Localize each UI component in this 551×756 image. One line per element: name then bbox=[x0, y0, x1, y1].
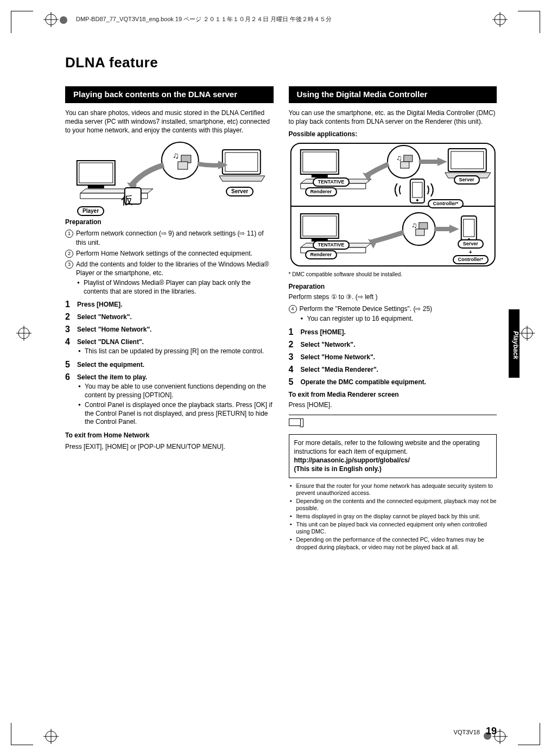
step: 5Select the equipment. bbox=[65, 361, 274, 369]
dmc-diagram: ♫ bbox=[289, 142, 497, 269]
controller-label: Controller* bbox=[453, 255, 489, 264]
note-bullet: Depending on the performance of the conn… bbox=[289, 536, 497, 550]
prep-item: 3Add the contents and folder to the libr… bbox=[65, 260, 274, 296]
register-mark-icon bbox=[520, 326, 535, 341]
step: 5Operate the DMC compatible equipment. bbox=[289, 378, 497, 386]
crop-mark bbox=[11, 723, 33, 745]
exit-head: To exit from Media Renderer screen bbox=[289, 391, 497, 398]
register-mark-icon bbox=[43, 729, 59, 744]
note-icon bbox=[289, 418, 301, 426]
step: 3Select "Home Network". bbox=[289, 353, 497, 361]
section-head-dlna-server: Playing back contents on the DLNA server bbox=[65, 86, 274, 103]
renderer-label: Renderer bbox=[305, 187, 338, 196]
svg-rect-42 bbox=[451, 151, 483, 169]
register-mark-icon bbox=[43, 12, 59, 27]
svg-rect-56 bbox=[463, 219, 474, 237]
info-english-only: (This site is in English only.) bbox=[294, 465, 382, 473]
renderer-label: Renderer bbox=[305, 250, 338, 259]
prep-item: 4Perform the "Remote Device Settings". (… bbox=[289, 304, 497, 323]
step-sub-bullet: Control Panel is displayed once the play… bbox=[77, 401, 274, 427]
note-bullet: Items displayed in gray on the display c… bbox=[289, 513, 497, 520]
server-label: Server bbox=[454, 175, 480, 185]
svg-rect-28 bbox=[88, 186, 104, 188]
tentative-label: TENTATIVE bbox=[313, 177, 350, 187]
prep-line: Perform steps ① to ③. (⇨ left ) bbox=[289, 293, 497, 301]
crop-mark bbox=[518, 723, 540, 745]
prep-sub-bullet: You can register up to 16 equipment. bbox=[300, 315, 497, 323]
info-box: For more details, refer to the following… bbox=[289, 434, 497, 478]
step: 2Select "Network". bbox=[65, 313, 274, 321]
prep-item: 1Perform network connection (⇨ 9) and ne… bbox=[65, 229, 274, 246]
exit-head: To exit from Home Network bbox=[65, 431, 274, 439]
prep-sub-bullet: Playlist of Windows Media® Player can pl… bbox=[76, 279, 274, 296]
svg-rect-47 bbox=[302, 216, 336, 236]
svg-rect-51 bbox=[419, 223, 427, 229]
section-tab-playback: Playback bbox=[509, 309, 520, 378]
possible-apps-head: Possible applications: bbox=[289, 130, 497, 138]
svg-rect-23 bbox=[225, 153, 258, 171]
svg-rect-21 bbox=[178, 162, 188, 169]
step: 3Select "Home Network". bbox=[65, 326, 274, 333]
crop-mark bbox=[518, 11, 540, 33]
prep-item: 2Perform Home Network settings of the co… bbox=[65, 249, 274, 258]
note-bullet: Depending on the contents and the connec… bbox=[289, 498, 497, 512]
svg-rect-38 bbox=[400, 162, 409, 168]
section-title: Playing back contents on the DLNA server bbox=[70, 86, 274, 103]
note-bullet: Ensure that the router for your home net… bbox=[289, 482, 497, 497]
tentative-label: TENTATIVE bbox=[313, 240, 350, 250]
note-bullet: This unit can be played back via connect… bbox=[289, 521, 497, 535]
crop-mark bbox=[11, 11, 33, 33]
register-disc bbox=[60, 16, 67, 24]
section-title: Using the Digital Media Controller bbox=[294, 86, 497, 103]
step-sub-bullet: You may be able to use convenient functi… bbox=[77, 383, 274, 399]
placeholder-kanji: 仮 bbox=[121, 192, 133, 208]
server-label: Server bbox=[458, 239, 484, 249]
svg-rect-33 bbox=[302, 152, 336, 172]
info-url: http://panasonic.jp/support/global/cs/ bbox=[294, 456, 410, 464]
svg-text:♫: ♫ bbox=[396, 154, 402, 162]
svg-point-45 bbox=[416, 199, 418, 201]
preparation-head: Preparation bbox=[289, 283, 497, 290]
step: 1Press [HOME]. bbox=[289, 328, 497, 336]
svg-text:♫: ♫ bbox=[411, 221, 417, 230]
step: 4Select "DLNA Client". This list can be … bbox=[65, 338, 274, 356]
footer-code: VQT3V18 bbox=[454, 729, 480, 735]
svg-text:♫: ♫ bbox=[173, 151, 179, 160]
register-mark-icon bbox=[492, 12, 508, 27]
intro-text: You can share photos, videos and music s… bbox=[65, 109, 274, 135]
page-number: 19 bbox=[486, 726, 497, 736]
step: 4Select "Media Renderer". bbox=[289, 366, 497, 373]
step: 1Press [HOME]. bbox=[65, 301, 274, 308]
step-sub-bullet: This list can be updated by pressing [R]… bbox=[77, 347, 274, 356]
dlna-diagram: ♫ bbox=[65, 139, 274, 214]
step: 6Select the item to play. You may be abl… bbox=[65, 373, 274, 427]
svg-rect-37 bbox=[403, 155, 412, 162]
register-mark-icon bbox=[16, 326, 31, 341]
exit-body: Press [EXIT], [HOME] or [POP-UP MENU/TOP… bbox=[65, 442, 274, 451]
svg-rect-52 bbox=[415, 229, 424, 236]
svg-rect-44 bbox=[412, 182, 422, 198]
preparation-head: Preparation bbox=[65, 218, 274, 226]
svg-point-18 bbox=[162, 142, 199, 179]
dmc-footnote: * DMC compatible software should be inst… bbox=[289, 271, 497, 278]
plus-label: + bbox=[469, 249, 472, 255]
page-footer: VQT3V18 19 bbox=[454, 726, 497, 737]
book-header: DMP-BD87_77_VQT3V18_eng.book 19 ページ ２０１１… bbox=[76, 15, 332, 23]
intro-text: You can use the smartphone, etc. as the … bbox=[289, 109, 497, 126]
svg-rect-27 bbox=[79, 163, 113, 183]
step: 2Select "Network". bbox=[289, 341, 497, 348]
exit-body: Press [HOME]. bbox=[289, 401, 497, 409]
player-label: Player bbox=[77, 206, 104, 216]
controller-label: Controller* bbox=[428, 199, 464, 208]
page-title: DLNA feature bbox=[65, 54, 497, 71]
section-head-dmc: Using the Digital Media Controller bbox=[289, 86, 497, 103]
server-label: Server bbox=[226, 187, 254, 196]
